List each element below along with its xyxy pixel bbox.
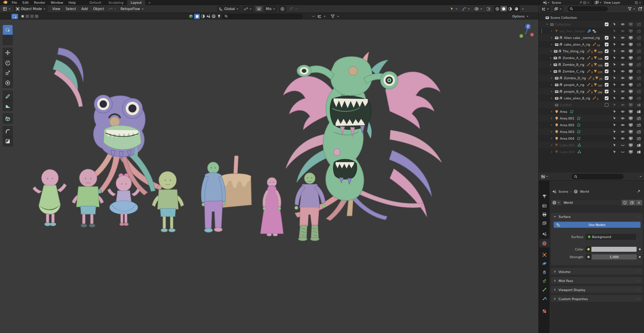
outliner-row[interactable]: Zombie_C_rig3225 <box>539 68 644 75</box>
outliner-row[interactable]: cake_alien_A_rig16 <box>539 41 644 48</box>
outliner-item-label[interactable]: pig_face_retopo <box>560 29 585 33</box>
chevron-right-icon[interactable] <box>550 97 553 100</box>
properties-tab-world[interactable] <box>539 239 549 247</box>
camera-x-icon[interactable] <box>637 76 641 80</box>
view-layer-selector[interactable]: View Layer <box>593 0 643 5</box>
outliner-row[interactable]: Zombie_D_rig325 <box>539 75 644 81</box>
shading-solid-button[interactable] <box>501 6 507 11</box>
filter-funnel-icon[interactable] <box>331 14 335 18</box>
transform-orientation-dropdown[interactable]: Global <box>217 6 241 12</box>
copy-datablock-button[interactable] <box>629 199 636 206</box>
outliner-item-label[interactable]: Zombie_C_rig <box>563 69 584 73</box>
viewport-menu-add[interactable]: Add <box>79 7 91 11</box>
chevron-down-icon[interactable] <box>545 175 548 178</box>
overlays-dropdown[interactable] <box>473 6 484 12</box>
camera-x-icon[interactable] <box>637 123 641 127</box>
chevron-right-icon[interactable] <box>550 43 553 46</box>
tool-cursor-button[interactable] <box>3 35 13 45</box>
outliner-item-label[interactable]: people_B_rig <box>564 90 584 93</box>
volume-panel[interactable]: Volume :::: <box>550 268 643 275</box>
pointer-icon[interactable] <box>612 123 617 127</box>
pointer-icon[interactable] <box>612 49 617 53</box>
camera-icon[interactable] <box>637 143 641 147</box>
outliner-row[interactable]: Cube.001 <box>539 142 644 148</box>
pointer-icon[interactable] <box>612 69 617 73</box>
outliner-item-label[interactable]: Zombie_B_rig <box>563 63 584 66</box>
properties-tab-scene[interactable] <box>539 230 549 238</box>
tool-search-input[interactable] <box>222 14 303 19</box>
outliner-row[interactable]: Area.003 <box>539 128 644 135</box>
viewport-canvas[interactable] <box>0 19 538 333</box>
properties-tab-data[interactable] <box>539 277 549 285</box>
menu-edit[interactable]: Edit <box>20 1 31 4</box>
half-sphere-icon[interactable] <box>201 14 205 18</box>
eye-open-icon[interactable] <box>621 136 625 141</box>
exclude-checkbox[interactable] <box>605 22 608 26</box>
properties-tab-constraints[interactable] <box>539 268 549 276</box>
navigation-gizmo[interactable]: Z x y <box>518 22 536 40</box>
monitor-icon[interactable] <box>629 36 633 40</box>
chevron-right-icon[interactable] <box>549 56 552 59</box>
falloff-dropdown[interactable] <box>288 6 299 12</box>
outliner-scope-dropdown[interactable] <box>553 6 564 12</box>
use-nodes-button[interactable]: Use Nodes <box>553 222 641 228</box>
viewport-3d[interactable]: Z x y <box>0 19 538 333</box>
active-tool-select-box-button[interactable] <box>11 14 18 19</box>
chevron-right-icon[interactable] <box>550 77 553 80</box>
editor-type-button[interactable] <box>1 6 12 12</box>
select-intersect-button[interactable] <box>34 14 39 19</box>
custom-properties-panel[interactable]: Custom Properties :::: <box>550 295 643 302</box>
pointer-icon[interactable] <box>612 29 617 33</box>
brush-icon[interactable] <box>217 14 221 18</box>
close-icon[interactable] <box>638 1 642 4</box>
exclude-checkbox[interactable] <box>605 90 608 93</box>
viewport-display-panel[interactable]: Viewport Display :::: <box>550 286 643 293</box>
exclude-checkbox[interactable] <box>605 43 608 46</box>
panel-grip[interactable]: :::: <box>635 288 640 291</box>
outliner-row[interactable]: Area.002 <box>539 122 644 128</box>
menu-window[interactable]: Window <box>48 1 66 4</box>
workspace-tab-sculpting[interactable]: Sculpting <box>105 0 127 5</box>
tool-arc-button[interactable] <box>3 126 13 136</box>
proportional-editing-toggle[interactable] <box>279 6 286 12</box>
eye-open-icon[interactable] <box>621 29 625 33</box>
pointer-icon[interactable] <box>612 83 617 87</box>
tool-shear-button[interactable] <box>3 136 13 146</box>
chevron-down-icon[interactable] <box>633 7 636 10</box>
exclude-checkbox[interactable] <box>605 103 608 107</box>
viewport-menu-object[interactable]: Object <box>91 7 107 11</box>
fast-basis-toggle[interactable] <box>194 14 200 19</box>
pointer-icon[interactable] <box>612 76 617 80</box>
outliner-item-label[interactable]: cake_alien_A_rig <box>564 43 590 46</box>
animate-dot[interactable] <box>639 256 641 258</box>
options-dropdown[interactable]: Options <box>512 13 529 19</box>
properties-tab-bone[interactable] <box>539 285 549 294</box>
chevron-right-icon[interactable] <box>549 50 552 53</box>
camera-x-icon[interactable] <box>637 136 641 141</box>
monitor-icon[interactable] <box>629 123 633 127</box>
properties-tab-render[interactable] <box>539 201 549 210</box>
eye-open-icon[interactable] <box>621 89 625 94</box>
select-extend-button[interactable] <box>25 14 30 19</box>
outliner-item-label[interactable]: Area.004 <box>560 137 574 140</box>
tool-scale-button[interactable] <box>3 68 13 78</box>
browse-world-button[interactable] <box>551 199 562 206</box>
chevron-right-icon[interactable] <box>550 124 553 127</box>
exclude-checkbox[interactable] <box>605 49 608 53</box>
pointer-icon[interactable] <box>612 89 617 93</box>
outliner-row[interactable]: Area.001 <box>539 115 644 122</box>
scene-name[interactable]: Scene <box>550 1 579 4</box>
exclude-checkbox[interactable] <box>605 36 608 40</box>
properties-tab-boneconstraint[interactable] <box>539 294 549 302</box>
chevron-right-icon[interactable] <box>550 90 553 93</box>
properties-tab-physics[interactable] <box>539 259 549 268</box>
mode-dropdown[interactable]: Object Mode <box>14 6 48 12</box>
eye-open-icon[interactable] <box>621 76 625 80</box>
chevron-right-icon[interactable] <box>549 70 552 73</box>
chevron-down-icon[interactable] <box>337 15 340 18</box>
world-name-field[interactable]: World <box>562 199 622 206</box>
close-icon[interactable] <box>587 1 590 4</box>
hierarchy-icon[interactable] <box>317 14 321 18</box>
chevron-right-icon[interactable] <box>550 144 553 147</box>
animate-dot[interactable] <box>639 248 641 250</box>
